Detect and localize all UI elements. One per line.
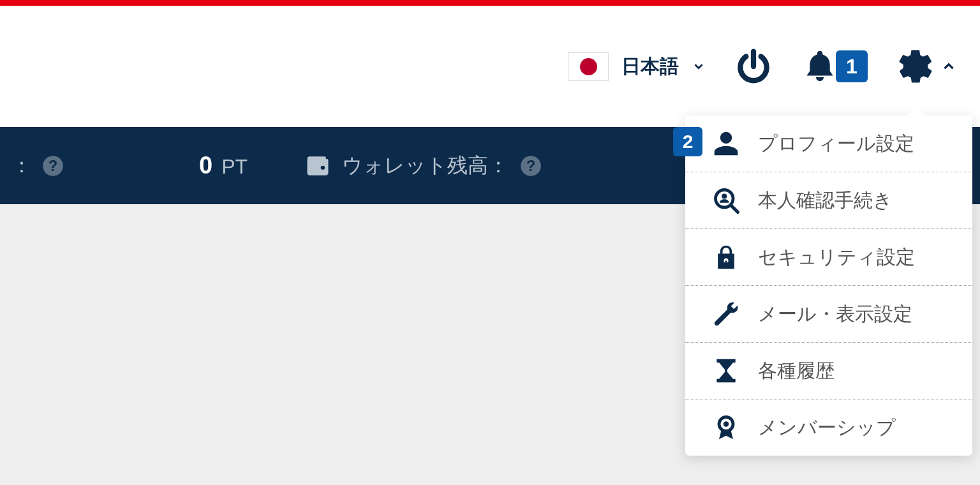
svg-text:?: ?	[48, 156, 58, 174]
svg-point-6	[722, 194, 727, 199]
settings-button[interactable]	[896, 47, 957, 86]
notification-badge: 1	[836, 50, 868, 82]
chevron-down-icon	[692, 59, 706, 73]
notifications-button[interactable]: 1	[801, 48, 868, 85]
menu-item-label: セキュリティ設定	[758, 244, 915, 271]
identity-search-icon	[712, 186, 740, 214]
wallet-label: ウォレット残高：	[342, 152, 509, 180]
svg-point-2	[321, 165, 325, 169]
menu-item-label: メンバーシップ	[758, 415, 896, 441]
points-unit: PT	[221, 155, 248, 179]
language-selector[interactable]: 日本語	[568, 52, 706, 81]
menu-item-security[interactable]: セキュリティ設定	[685, 229, 972, 286]
wallet-display: ウォレット残高： ?	[304, 152, 543, 180]
menu-item-profile[interactable]: 2 プロフィール設定	[685, 116, 972, 172]
power-icon	[734, 47, 773, 86]
lock-icon	[712, 243, 740, 271]
menu-item-identity[interactable]: 本人確認手続き	[685, 172, 972, 229]
menu-item-label: 各種履歴	[758, 358, 835, 384]
help-icon[interactable]: ?	[519, 154, 543, 178]
points-value: 0	[199, 152, 212, 179]
svg-line-7	[731, 205, 738, 212]
wrench-icon	[712, 300, 740, 328]
wallet-icon	[304, 152, 332, 180]
menu-item-label: プロフィール設定	[758, 131, 914, 157]
points-display: 0 PT	[199, 152, 248, 179]
svg-text:?: ?	[526, 156, 536, 174]
chevron-up-icon	[940, 58, 957, 75]
hourglass-icon	[712, 357, 740, 385]
japan-flag-icon	[568, 52, 609, 81]
user-icon	[712, 130, 740, 158]
help-icon[interactable]: ?	[41, 154, 65, 178]
status-colon: ：	[11, 152, 32, 180]
menu-item-mail-settings[interactable]: メール・表示設定	[685, 286, 972, 343]
language-label: 日本語	[621, 54, 679, 80]
power-button[interactable]	[734, 47, 773, 86]
menu-item-history[interactable]: 各種履歴	[685, 343, 972, 399]
top-red-bar	[0, 0, 980, 6]
gear-icon	[896, 47, 935, 86]
settings-dropdown: 2 プロフィール設定 本人確認手続き セキュリティ設定 メール・表示設定 各種履…	[685, 116, 972, 456]
bell-icon	[801, 48, 838, 85]
menu-item-label: メール・表示設定	[758, 301, 912, 327]
menu-item-label: 本人確認手続き	[758, 188, 893, 214]
svg-rect-8	[725, 261, 727, 265]
header: 日本語 1	[0, 6, 980, 127]
svg-point-10	[724, 421, 729, 426]
award-icon	[712, 414, 740, 442]
profile-badge: 2	[673, 127, 702, 156]
menu-item-membership[interactable]: メンバーシップ	[685, 399, 972, 456]
